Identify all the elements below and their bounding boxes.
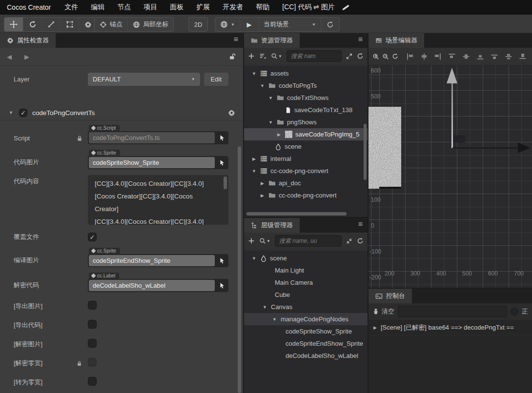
tree-item-internal[interactable]: ▶internal <box>244 153 368 165</box>
decode-field[interactable]: deCodeLabelSho_wLabel <box>89 280 215 291</box>
add-asset-button[interactable] <box>248 53 255 59</box>
distribute-h-button[interactable] <box>489 51 500 62</box>
rect-tool-button[interactable] <box>60 18 79 31</box>
2d-mode-button[interactable]: 2D <box>189 18 207 31</box>
node-codespriteendshow[interactable]: codeSpriteEndShow_Sprite <box>244 337 368 350</box>
script-field[interactable]: codeToPngConvertTs.ts <box>89 132 215 143</box>
collapse-all-icon[interactable] <box>346 238 352 244</box>
tree-item-cc-code-png-convert-root[interactable]: ▼cc-code-png-convert <box>244 165 368 177</box>
menu-edit[interactable]: 编辑 <box>85 3 110 12</box>
menu-cc-code-image[interactable]: [CC] 代码 ⇌ 图片 <box>276 3 340 12</box>
align-top-button[interactable] <box>447 51 458 62</box>
export-code-checkbox[interactable] <box>88 320 97 329</box>
expand-all-icon[interactable] <box>346 53 352 59</box>
tree-item-api-doc[interactable]: ▶api_doc <box>244 177 368 189</box>
tree-item-savecodetopngimg[interactable]: ▶saveCodeToPngImg_5 <box>244 128 368 140</box>
tree-item-assets-root[interactable]: ▼assets <box>244 67 368 79</box>
sort-icon[interactable] <box>259 53 266 60</box>
distribute-v-button[interactable] <box>503 51 514 62</box>
menu-developer[interactable]: 开发者 <box>217 3 249 12</box>
layer-edit-button[interactable]: Edit <box>204 73 228 86</box>
console-filter-input[interactable] <box>398 306 507 317</box>
reload-button[interactable] <box>321 18 339 31</box>
reset-view-icon[interactable] <box>392 53 398 60</box>
assets-vscrollbar[interactable] <box>364 124 367 180</box>
gear-icon[interactable] <box>228 109 235 117</box>
panel-menu-icon[interactable]: ≡ <box>234 35 238 44</box>
menu-project[interactable]: 项目 <box>138 3 163 12</box>
tree-item-pngshows[interactable]: ▼pngShows <box>244 116 368 128</box>
decrypt-image-checkbox[interactable] <box>88 339 97 348</box>
menu-extension[interactable]: 扩展 <box>190 3 216 12</box>
component-expander-icon[interactable]: ▼ <box>8 110 14 115</box>
rotate-tool-button[interactable] <box>23 18 41 31</box>
align-center-h-button[interactable] <box>418 51 430 62</box>
script-picker-button[interactable] <box>216 135 228 141</box>
overwrite-checkbox[interactable]: ✓ <box>88 233 97 241</box>
local-coords-toggle-button[interactable]: 局部坐标 <box>127 18 173 31</box>
tree-item-codetxtshows[interactable]: ▼codeTxtShows <box>244 92 368 104</box>
menu-help[interactable]: 帮助 <box>250 3 275 12</box>
compile-image-field[interactable]: codeSpriteEndShow_Sprite <box>89 255 215 266</box>
regex-checkbox[interactable] <box>511 308 518 315</box>
distribute-edges-button[interactable] <box>517 51 528 62</box>
node-managecodepngnodes[interactable]: ▼manageCodePngNodes <box>244 313 368 325</box>
refresh-icon[interactable] <box>357 237 364 244</box>
align-bottom-button[interactable] <box>475 51 486 62</box>
add-node-button[interactable] <box>248 237 255 244</box>
node-codespriteshow[interactable]: codeSpriteShow_Sprite <box>244 325 368 337</box>
tab-scene-editor[interactable]: 场景编辑器 <box>368 33 424 48</box>
play-button[interactable]: ▶ <box>240 18 258 31</box>
history-forward-button[interactable]: ▶ <box>24 53 29 60</box>
node-main-camera[interactable]: Main Camera <box>244 276 368 289</box>
scale-tool-button[interactable] <box>41 18 60 31</box>
anchor-toggle-button[interactable]: 锚点 <box>95 18 127 31</box>
to-zerowidth-checkbox[interactable] <box>88 377 97 386</box>
align-middle-button[interactable] <box>461 51 472 62</box>
code-image-picker-button[interactable] <box>216 159 228 166</box>
search-filter-button[interactable]: ▼ <box>271 53 282 59</box>
panel-menu-icon[interactable]: ≡ <box>358 220 363 229</box>
zoom-in-icon[interactable] <box>372 53 379 60</box>
log-expander-icon[interactable]: ▶ <box>373 325 377 330</box>
scene-select-dropdown[interactable]: 当前场景▼ <box>258 18 321 31</box>
decode-picker-button[interactable] <box>216 282 228 289</box>
tab-console[interactable]: 控制台 <box>368 289 412 303</box>
console-log-entry[interactable]: ▶ [Scene] [已解密] base64 ==> decodePngTxt … <box>368 320 532 335</box>
component-enabled-checkbox[interactable]: ✓ <box>19 109 27 117</box>
move-tool-button[interactable] <box>4 18 23 31</box>
hierarchy-search-input[interactable] <box>275 235 342 247</box>
node-canvas[interactable]: ▼Canvas <box>244 301 368 313</box>
gizmo-x-axis[interactable] <box>452 147 519 149</box>
compile-image-picker-button[interactable] <box>216 257 228 264</box>
scene-viewport[interactable]: 600 500 100 0 -100 -200 200 300 400 500 … <box>368 65 532 288</box>
zoom-out-icon[interactable] <box>382 53 389 60</box>
node-decodelabelshow[interactable]: deCodeLabelSho_wLabel <box>244 350 368 362</box>
node-main-light[interactable]: Main Light <box>244 264 368 276</box>
code-content-textarea[interactable]: [CC][3.4.0][Cocos Creator][CC][3.4.0] [C… <box>88 175 228 225</box>
tab-assets[interactable]: 资源管理器 <box>244 33 300 48</box>
gizmo-y-axis[interactable] <box>451 83 453 148</box>
assets-search-input[interactable] <box>286 50 342 62</box>
textarea-scrollbar[interactable] <box>224 177 227 189</box>
code-image-field[interactable]: codeSpriteShow_Sprite <box>89 157 215 168</box>
platform-select-button[interactable]: ▼ <box>215 18 240 31</box>
align-right-button[interactable] <box>432 51 444 62</box>
menu-panel[interactable]: 面板 <box>164 3 189 12</box>
tree-item-scene-asset[interactable]: scene <box>244 140 368 153</box>
panel-menu-icon[interactable]: ≡ <box>358 35 363 44</box>
refresh-icon[interactable] <box>357 53 364 59</box>
tab-inspector[interactable]: 属性检查器 <box>0 33 56 48</box>
node-scene[interactable]: ▼scene <box>244 252 368 264</box>
search-filter-button[interactable]: ▼ <box>259 237 270 244</box>
history-back-button[interactable]: ◀ <box>7 53 12 60</box>
gizmo-y-arrowhead[interactable] <box>447 68 457 83</box>
node-cube[interactable]: Cube <box>244 289 368 301</box>
layer-dropdown[interactable]: DEFAULT ▼ <box>88 73 200 86</box>
export-image-checkbox[interactable] <box>88 301 97 310</box>
tab-hierarchy[interactable]: 层级管理器 <box>244 218 300 233</box>
menu-file[interactable]: 文件 <box>59 3 84 12</box>
tree-item-savecodetotxt[interactable]: saveCodeToTxt_138 <box>244 104 368 116</box>
gizmo-x-arrowhead[interactable] <box>518 142 530 153</box>
gizmo-plane-handle[interactable] <box>453 135 465 142</box>
